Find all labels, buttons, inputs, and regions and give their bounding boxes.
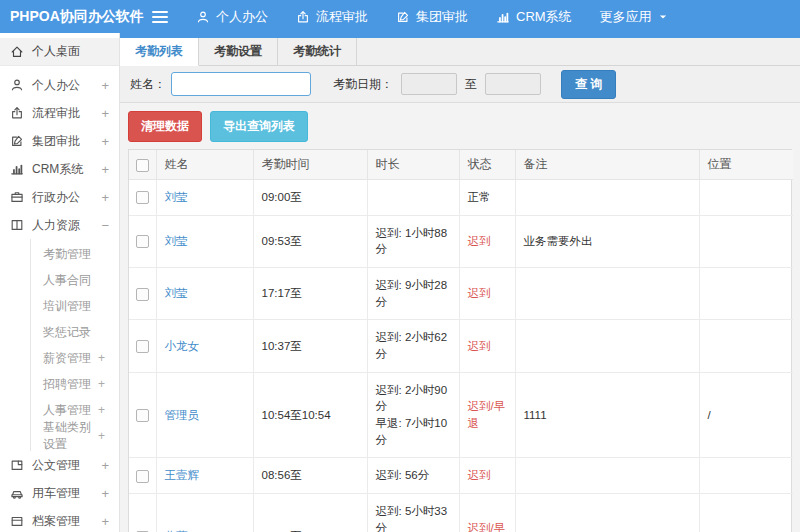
select-all-checkbox[interactable] xyxy=(136,159,149,172)
row-checkbox[interactable] xyxy=(136,409,149,422)
column-header-0: 姓名 xyxy=(156,150,253,180)
column-header-2: 时长 xyxy=(367,150,459,180)
expand-plus-icon[interactable]: + xyxy=(101,106,109,121)
row-checkbox[interactable] xyxy=(136,191,149,204)
employee-name-link[interactable]: 刘莹 xyxy=(165,235,188,247)
sidebar-subitem-7[interactable]: 基础类别设置+ xyxy=(31,423,119,449)
note xyxy=(515,320,699,372)
sidebar-subitem-5[interactable]: 招聘管理+ xyxy=(31,371,119,397)
expand-plus-icon[interactable]: + xyxy=(101,78,109,93)
duration xyxy=(367,180,459,216)
status: 迟到 xyxy=(459,215,515,267)
expand-plus-icon[interactable]: + xyxy=(98,351,105,365)
sidebar-subitem-4[interactable]: 薪资管理+ xyxy=(31,345,119,371)
note xyxy=(515,494,699,532)
location xyxy=(699,458,793,494)
sidebar-item-7[interactable]: 公文管理+ xyxy=(0,451,119,479)
action-bar: 清理数据 导出查询列表 xyxy=(120,103,800,149)
sidebar-item-label: 档案管理 xyxy=(32,513,80,530)
note: 1111 xyxy=(515,372,699,458)
nav-item-3[interactable]: CRM系统 xyxy=(496,8,572,26)
sidebar-subitem-3[interactable]: 奖惩记录 xyxy=(31,319,119,345)
expand-plus-icon[interactable]: + xyxy=(98,429,105,443)
sidebar-subitem-label: 招聘管理 xyxy=(43,376,91,393)
row-checkbox[interactable] xyxy=(136,288,149,301)
flow-icon xyxy=(10,106,24,120)
sidebar-subitem-label: 培训管理 xyxy=(43,298,91,315)
sidebar-subitem-0[interactable]: 考勤管理 xyxy=(31,241,119,267)
location: / xyxy=(699,494,793,532)
employee-name-link[interactable]: 小龙女 xyxy=(165,340,200,352)
expand-plus-icon[interactable]: + xyxy=(98,403,105,417)
note xyxy=(515,268,699,320)
hamburger-icon[interactable] xyxy=(152,11,168,23)
sidebar-submenu: 考勤管理人事合同培训管理奖惩记录薪资管理+招聘管理+人事管理+基础类别设置+ xyxy=(30,239,119,451)
expand-plus-icon[interactable]: + xyxy=(101,134,109,149)
tab-1[interactable]: 考勤设置 xyxy=(199,38,278,65)
tab-2[interactable]: 考勤统计 xyxy=(278,38,357,65)
chart-icon xyxy=(496,10,510,24)
nav-item-1[interactable]: 流程审批 xyxy=(296,8,368,26)
expand-plus-icon[interactable]: + xyxy=(101,458,109,473)
flow-icon xyxy=(296,10,310,24)
name-input[interactable] xyxy=(171,72,311,96)
duration: 迟到: 2小时90分早退: 7小时10分 xyxy=(367,372,459,458)
sidebar-item-2[interactable]: 流程审批+ xyxy=(0,99,119,127)
status: 迟到/早退 xyxy=(459,494,515,532)
sidebar-item-label: 个人桌面 xyxy=(32,43,80,60)
location xyxy=(699,215,793,267)
attendance-time: 13:20至13:20 xyxy=(253,494,367,532)
main-content: 考勤列表考勤设置考勤统计 姓名： 考勤日期： 至 查 询 清理数据 导出查询列表… xyxy=(120,33,800,532)
duration: 迟到: 2小时62分 xyxy=(367,320,459,372)
table-row: 小龙女10:37至迟到: 2小时62分迟到 xyxy=(129,320,793,372)
attendance-table: 姓名考勤时间时长状态备注位置 刘莹09:00至正常刘莹09:53至迟到: 1小时… xyxy=(129,150,793,532)
sidebar-item-1[interactable]: 个人办公+ xyxy=(0,71,119,99)
expand-plus-icon[interactable]: + xyxy=(101,190,109,205)
row-checkbox[interactable] xyxy=(136,340,149,353)
row-checkbox[interactable] xyxy=(136,470,149,483)
sidebar-item-label: 集团审批 xyxy=(32,133,80,150)
expand-plus-icon[interactable]: + xyxy=(101,162,109,177)
employee-name-link[interactable]: 刘莹 xyxy=(165,287,188,299)
tab-bar: 考勤列表考勤设置考勤统计 xyxy=(120,38,800,66)
search-button[interactable]: 查 询 xyxy=(561,70,616,99)
sidebar-subitem-1[interactable]: 人事合同 xyxy=(31,267,119,293)
tab-0[interactable]: 考勤列表 xyxy=(120,38,199,66)
export-list-button[interactable]: 导出查询列表 xyxy=(210,111,308,142)
nav-item-0[interactable]: 个人办公 xyxy=(196,8,268,26)
sidebar-item-5[interactable]: 行政办公+ xyxy=(0,183,119,211)
date-to-input[interactable] xyxy=(485,73,541,95)
nav-item-2[interactable]: 集团审批 xyxy=(396,8,468,26)
nav-item-label: CRM系统 xyxy=(516,8,572,26)
app-logo: PHPOA协同办公软件 xyxy=(0,8,152,26)
sidebar-item-6[interactable]: 人力资源− xyxy=(0,211,119,239)
duration: 迟到: 1小时88分 xyxy=(367,215,459,267)
table-row: 刘莹09:00至正常 xyxy=(129,180,793,216)
sidebar-item-label: 流程审批 xyxy=(32,105,80,122)
column-header-1: 考勤时间 xyxy=(253,150,367,180)
sidebar-subitem-2[interactable]: 培训管理 xyxy=(31,293,119,319)
sidebar-item-3[interactable]: 集团审批+ xyxy=(0,127,119,155)
expand-plus-icon[interactable]: + xyxy=(101,514,109,529)
expand-plus-icon[interactable]: + xyxy=(101,486,109,501)
sidebar-subitem-label: 奖惩记录 xyxy=(43,324,91,341)
sidebar-item-0[interactable]: 个人桌面 xyxy=(0,38,119,66)
nav-item-label: 个人办公 xyxy=(216,8,268,26)
sidebar-item-label: 公文管理 xyxy=(32,457,80,474)
row-checkbox[interactable] xyxy=(136,235,149,248)
clean-data-button[interactable]: 清理数据 xyxy=(128,111,202,142)
employee-name-link[interactable]: 王壹辉 xyxy=(165,469,200,481)
sidebar-item-9[interactable]: 档案管理+ xyxy=(0,507,119,532)
employee-name-link[interactable]: 刘莹 xyxy=(165,191,188,203)
table-row: 刘莹17:17至迟到: 9小时28分迟到 xyxy=(129,268,793,320)
employee-name-link[interactable]: 管理员 xyxy=(165,409,200,421)
expand-plus-icon[interactable]: + xyxy=(98,377,105,391)
date-filter-label: 考勤日期： xyxy=(333,76,393,93)
nav-item-4[interactable]: 更多应用 xyxy=(600,8,668,26)
sidebar-item-4[interactable]: CRM系统+ xyxy=(0,155,119,183)
sidebar-item-8[interactable]: 用车管理+ xyxy=(0,479,119,507)
collapse-minus-icon[interactable]: − xyxy=(101,218,109,233)
date-from-input[interactable] xyxy=(401,73,457,95)
attendance-time: 09:53至 xyxy=(253,215,367,267)
table-header-row: 姓名考勤时间时长状态备注位置 xyxy=(129,150,793,180)
